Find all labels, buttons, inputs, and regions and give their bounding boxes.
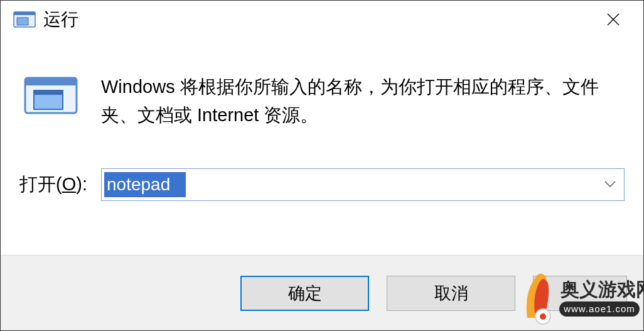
svg-rect-2: [17, 18, 28, 25]
description-text: Windows 将根据你所输入的名称，为你打开相应的程序、文件夹、文档或 Int…: [101, 73, 625, 129]
svg-rect-8: [34, 90, 63, 95]
open-label-prefix: 打开(: [19, 174, 62, 194]
open-label-suffix: ):: [76, 174, 87, 194]
close-icon: [606, 13, 620, 26]
open-row: 打开(O):: [19, 168, 625, 201]
description-row: Windows 将根据你所输入的名称，为你打开相应的程序、文件夹、文档或 Int…: [19, 73, 625, 129]
open-label-accelerator: O: [62, 174, 77, 194]
open-label: 打开(O):: [19, 172, 101, 197]
browse-button[interactable]: [533, 276, 627, 311]
cancel-button[interactable]: 取消: [387, 276, 515, 311]
button-row: 确定 取消: [1, 255, 643, 330]
ok-button[interactable]: 确定: [240, 276, 369, 311]
window-title: 运行: [43, 8, 594, 31]
close-button[interactable]: [594, 1, 632, 38]
svg-rect-1: [14, 12, 35, 15]
run-icon-small: [13, 10, 36, 29]
chevron-down-icon[interactable]: [604, 179, 616, 190]
svg-rect-6: [25, 78, 77, 85]
titlebar: 运行: [1, 1, 643, 38]
ok-button-label: 确定: [288, 282, 322, 305]
open-combobox[interactable]: [101, 168, 625, 201]
dialog-content: Windows 将根据你所输入的名称，为你打开相应的程序、文件夹、文档或 Int…: [1, 38, 643, 201]
open-input[interactable]: [104, 172, 186, 197]
cancel-button-label: 取消: [434, 282, 468, 305]
run-icon-large: [23, 73, 79, 117]
